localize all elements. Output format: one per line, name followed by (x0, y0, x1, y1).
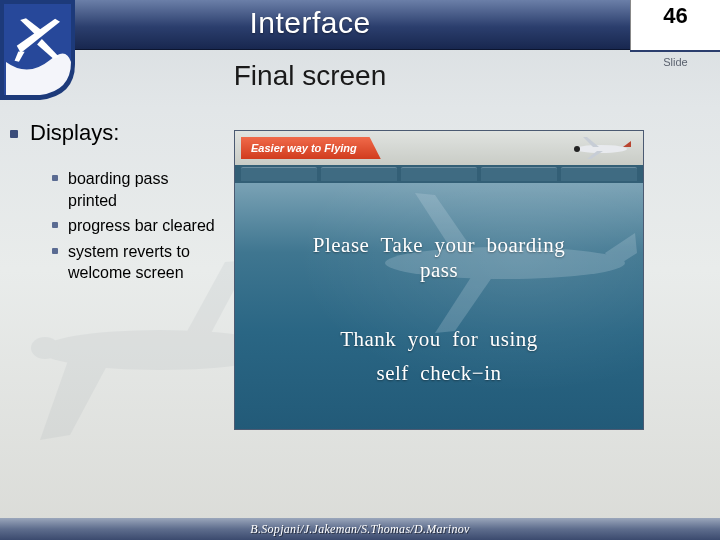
svg-point-4 (31, 337, 59, 359)
bullet-icon (10, 130, 18, 138)
kiosk-message-2: Thank you for using self check−in (255, 323, 623, 390)
page-number-box: 46 Slide (630, 0, 720, 50)
svg-point-9 (574, 146, 580, 152)
list-item: system reverts to welcome screen (52, 241, 220, 284)
kiosk-screenshot: Easier way to Flying (234, 130, 644, 430)
footer-authors: B.Sopjani/J.Jakeman/S.Thomas/D.Marinov (250, 522, 469, 537)
kiosk-tab (241, 167, 317, 181)
kiosk-body: Please Take your boarding pass Thank you… (235, 183, 643, 430)
slide-subtitle: Final screen (0, 60, 620, 92)
bullet-l1-text: Displays: (30, 120, 119, 146)
list-item-text: system reverts to welcome screen (68, 241, 220, 284)
page-number: 46 (631, 0, 720, 29)
kiosk-message-1: Please Take your boarding pass (255, 233, 623, 283)
kiosk-banner-text: Easier way to Flying (241, 137, 381, 159)
list-item-text: progress bar cleared (68, 215, 215, 237)
list-item: boarding pass printed (52, 168, 220, 211)
airplane-icon (571, 137, 631, 159)
kiosk-bg-plane-icon (235, 183, 643, 430)
kiosk-banner: Easier way to Flying (235, 131, 643, 165)
kiosk-tab (321, 167, 397, 181)
body-text: Displays: boarding pass printed progress… (10, 120, 220, 288)
bullet-icon (52, 175, 58, 181)
svg-marker-8 (623, 141, 631, 147)
bullet-l1: Displays: (10, 120, 220, 146)
kiosk-tab (561, 167, 637, 181)
bullet-l2-list: boarding pass printed progress bar clear… (10, 168, 220, 284)
page-label: Slide (631, 56, 720, 68)
kiosk-tab (481, 167, 557, 181)
list-item-text: boarding pass printed (68, 168, 220, 211)
bullet-icon (52, 222, 58, 228)
kiosk-tab (401, 167, 477, 181)
svg-marker-1 (40, 355, 110, 440)
footer-bar: B.Sopjani/J.Jakeman/S.Thomas/D.Marinov (0, 518, 720, 540)
bullet-icon (52, 248, 58, 254)
kiosk-tabs (235, 165, 643, 183)
slide: Interface 46 Slide Final screen Displays… (0, 0, 720, 540)
header-bar: Interface (0, 0, 720, 50)
slide-title: Interface (0, 6, 620, 40)
list-item: progress bar cleared (52, 215, 220, 237)
page-number-divider (630, 50, 720, 52)
logo-icon (0, 0, 75, 100)
